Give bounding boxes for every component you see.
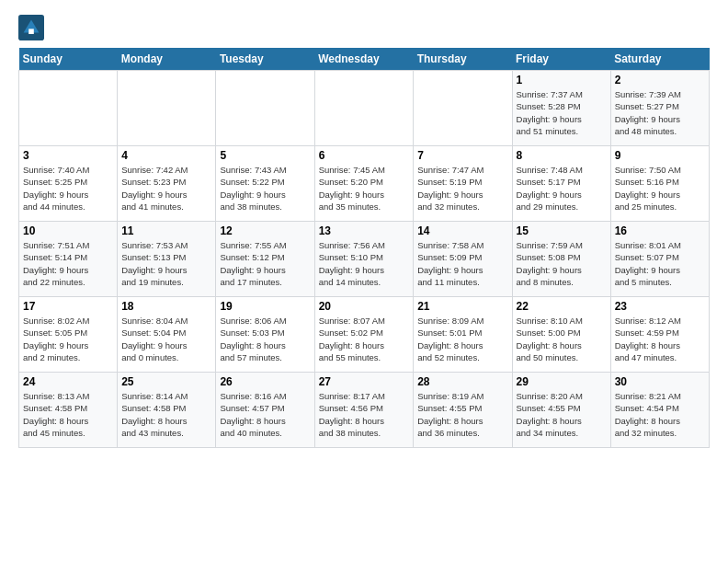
day-number: 16 xyxy=(615,224,705,237)
day-info: Sunrise: 7:53 AM Sunset: 5:13 PM Dayligh… xyxy=(121,239,211,288)
calendar-table: Sunday Monday Tuesday Wednesday Thursday… xyxy=(18,48,710,448)
day-info: Sunrise: 7:48 AM Sunset: 5:17 PM Dayligh… xyxy=(517,164,607,213)
calendar-cell: 25Sunrise: 8:14 AM Sunset: 4:58 PM Dayli… xyxy=(118,373,216,448)
calendar-cell: 4Sunrise: 7:42 AM Sunset: 5:23 PM Daylig… xyxy=(118,146,216,222)
calendar-cell: 5Sunrise: 7:43 AM Sunset: 5:22 PM Daylig… xyxy=(216,146,314,222)
calendar-cell: 30Sunrise: 8:21 AM Sunset: 4:54 PM Dayli… xyxy=(610,373,709,448)
day-number: 27 xyxy=(319,375,410,388)
col-wednesday: Wednesday xyxy=(314,48,414,71)
col-friday: Friday xyxy=(512,48,610,71)
day-number: 24 xyxy=(23,375,113,388)
day-number: 19 xyxy=(220,300,310,313)
day-number: 23 xyxy=(615,300,705,313)
day-info: Sunrise: 8:14 AM Sunset: 4:58 PM Dayligh… xyxy=(121,390,211,439)
day-info: Sunrise: 8:20 AM Sunset: 4:55 PM Dayligh… xyxy=(517,390,607,439)
day-info: Sunrise: 8:02 AM Sunset: 5:05 PM Dayligh… xyxy=(23,315,113,363)
day-number: 13 xyxy=(319,224,410,237)
day-info: Sunrise: 7:47 AM Sunset: 5:19 PM Dayligh… xyxy=(417,164,507,213)
day-number: 4 xyxy=(121,149,211,162)
day-info: Sunrise: 7:50 AM Sunset: 5:16 PM Dayligh… xyxy=(615,164,705,213)
calendar-cell: 28Sunrise: 8:19 AM Sunset: 4:55 PM Dayli… xyxy=(414,373,512,448)
col-saturday: Saturday xyxy=(610,48,709,71)
day-number: 12 xyxy=(220,224,310,237)
calendar-week-row: 17Sunrise: 8:02 AM Sunset: 5:05 PM Dayli… xyxy=(19,297,710,373)
day-number: 8 xyxy=(517,149,607,162)
calendar-cell: 26Sunrise: 8:16 AM Sunset: 4:57 PM Dayli… xyxy=(216,373,314,448)
calendar-week-row: 24Sunrise: 8:13 AM Sunset: 4:58 PM Dayli… xyxy=(19,373,710,448)
day-info: Sunrise: 8:01 AM Sunset: 5:07 PM Dayligh… xyxy=(615,239,705,288)
day-info: Sunrise: 8:21 AM Sunset: 4:54 PM Dayligh… xyxy=(615,390,705,439)
day-info: Sunrise: 8:07 AM Sunset: 5:02 PM Dayligh… xyxy=(319,315,410,363)
calendar-cell: 3Sunrise: 7:40 AM Sunset: 5:25 PM Daylig… xyxy=(19,146,118,222)
calendar-week-row: 10Sunrise: 7:51 AM Sunset: 5:14 PM Dayli… xyxy=(19,222,710,297)
calendar-cell: 17Sunrise: 8:02 AM Sunset: 5:05 PM Dayli… xyxy=(19,297,118,373)
day-number: 9 xyxy=(615,149,705,162)
col-sunday: Sunday xyxy=(19,48,118,71)
calendar-cell xyxy=(118,71,216,146)
day-number: 10 xyxy=(23,224,113,237)
calendar-cell: 23Sunrise: 8:12 AM Sunset: 4:59 PM Dayli… xyxy=(610,297,709,373)
day-info: Sunrise: 8:12 AM Sunset: 4:59 PM Dayligh… xyxy=(615,315,705,363)
calendar-week-row: 1Sunrise: 7:37 AM Sunset: 5:28 PM Daylig… xyxy=(19,71,710,146)
day-info: Sunrise: 7:37 AM Sunset: 5:28 PM Dayligh… xyxy=(517,88,607,137)
day-number: 18 xyxy=(121,300,211,313)
calendar-cell: 27Sunrise: 8:17 AM Sunset: 4:56 PM Dayli… xyxy=(314,373,414,448)
calendar-cell: 8Sunrise: 7:48 AM Sunset: 5:17 PM Daylig… xyxy=(512,146,610,222)
day-info: Sunrise: 7:58 AM Sunset: 5:09 PM Dayligh… xyxy=(417,239,507,288)
calendar-cell xyxy=(19,71,118,146)
calendar-cell: 24Sunrise: 8:13 AM Sunset: 4:58 PM Dayli… xyxy=(19,373,118,448)
day-number: 25 xyxy=(121,375,211,388)
calendar-cell: 13Sunrise: 7:56 AM Sunset: 5:10 PM Dayli… xyxy=(314,222,414,297)
day-number: 1 xyxy=(517,74,607,86)
day-info: Sunrise: 8:19 AM Sunset: 4:55 PM Dayligh… xyxy=(417,390,507,439)
day-number: 7 xyxy=(417,149,507,162)
day-info: Sunrise: 8:04 AM Sunset: 5:04 PM Dayligh… xyxy=(121,315,211,363)
day-number: 26 xyxy=(220,375,310,388)
day-info: Sunrise: 7:45 AM Sunset: 5:20 PM Dayligh… xyxy=(319,164,410,213)
calendar-cell: 1Sunrise: 7:37 AM Sunset: 5:28 PM Daylig… xyxy=(512,71,610,146)
calendar-cell: 15Sunrise: 7:59 AM Sunset: 5:08 PM Dayli… xyxy=(512,222,610,297)
day-number: 3 xyxy=(23,149,113,162)
day-info: Sunrise: 7:59 AM Sunset: 5:08 PM Dayligh… xyxy=(517,239,607,288)
day-number: 22 xyxy=(517,300,607,313)
calendar-cell: 20Sunrise: 8:07 AM Sunset: 5:02 PM Dayli… xyxy=(314,297,414,373)
day-number: 6 xyxy=(319,149,410,162)
day-info: Sunrise: 7:39 AM Sunset: 5:27 PM Dayligh… xyxy=(615,88,705,137)
calendar-cell: 2Sunrise: 7:39 AM Sunset: 5:27 PM Daylig… xyxy=(610,71,709,146)
day-info: Sunrise: 7:51 AM Sunset: 5:14 PM Dayligh… xyxy=(23,239,113,288)
page-header xyxy=(18,15,710,40)
svg-rect-2 xyxy=(28,29,34,34)
day-info: Sunrise: 7:43 AM Sunset: 5:22 PM Dayligh… xyxy=(220,164,310,213)
day-number: 20 xyxy=(319,300,410,313)
day-number: 15 xyxy=(517,224,607,237)
calendar-cell: 14Sunrise: 7:58 AM Sunset: 5:09 PM Dayli… xyxy=(414,222,512,297)
calendar-cell xyxy=(414,71,512,146)
day-number: 11 xyxy=(121,224,211,237)
day-number: 29 xyxy=(517,375,607,388)
day-info: Sunrise: 8:13 AM Sunset: 4:58 PM Dayligh… xyxy=(23,390,113,439)
logo-icon xyxy=(18,15,44,40)
day-info: Sunrise: 7:56 AM Sunset: 5:10 PM Dayligh… xyxy=(319,239,410,288)
day-info: Sunrise: 8:17 AM Sunset: 4:56 PM Dayligh… xyxy=(319,390,410,439)
day-info: Sunrise: 8:06 AM Sunset: 5:03 PM Dayligh… xyxy=(220,315,310,363)
calendar-cell: 29Sunrise: 8:20 AM Sunset: 4:55 PM Dayli… xyxy=(512,373,610,448)
col-tuesday: Tuesday xyxy=(216,48,314,71)
calendar-cell: 21Sunrise: 8:09 AM Sunset: 5:01 PM Dayli… xyxy=(414,297,512,373)
col-monday: Monday xyxy=(118,48,216,71)
calendar-cell: 19Sunrise: 8:06 AM Sunset: 5:03 PM Dayli… xyxy=(216,297,314,373)
day-number: 2 xyxy=(615,74,705,86)
day-number: 14 xyxy=(417,224,507,237)
calendar-cell: 11Sunrise: 7:53 AM Sunset: 5:13 PM Dayli… xyxy=(118,222,216,297)
day-number: 21 xyxy=(417,300,507,313)
day-info: Sunrise: 7:40 AM Sunset: 5:25 PM Dayligh… xyxy=(23,164,113,213)
day-info: Sunrise: 7:42 AM Sunset: 5:23 PM Dayligh… xyxy=(121,164,211,213)
day-info: Sunrise: 8:16 AM Sunset: 4:57 PM Dayligh… xyxy=(220,390,310,439)
calendar-cell: 12Sunrise: 7:55 AM Sunset: 5:12 PM Dayli… xyxy=(216,222,314,297)
calendar-cell xyxy=(216,71,314,146)
calendar-cell: 16Sunrise: 8:01 AM Sunset: 5:07 PM Dayli… xyxy=(610,222,709,297)
logo xyxy=(18,15,48,40)
calendar-cell: 7Sunrise: 7:47 AM Sunset: 5:19 PM Daylig… xyxy=(414,146,512,222)
day-number: 17 xyxy=(23,300,113,313)
calendar-week-row: 3Sunrise: 7:40 AM Sunset: 5:25 PM Daylig… xyxy=(19,146,710,222)
calendar-cell: 9Sunrise: 7:50 AM Sunset: 5:16 PM Daylig… xyxy=(610,146,709,222)
